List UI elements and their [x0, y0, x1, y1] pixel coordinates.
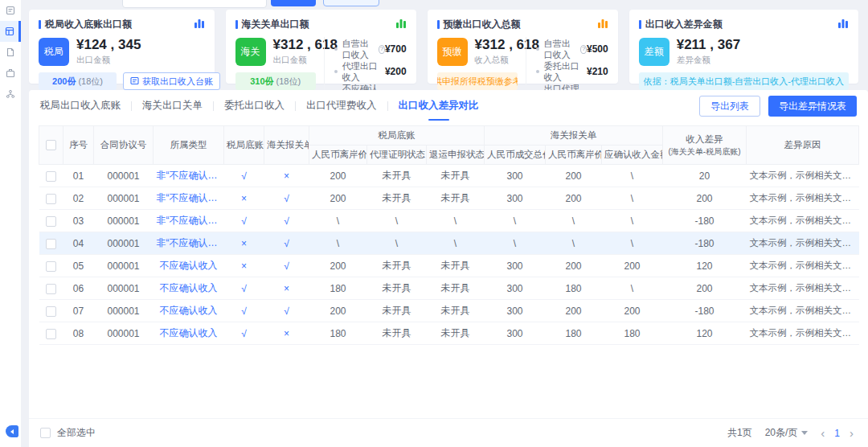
export-list-button[interactable]: 导出列表 — [699, 96, 760, 117]
cell-tax-mark: √ — [224, 322, 264, 345]
row-checkbox[interactable] — [46, 171, 56, 182]
info-icon[interactable]: ? — [379, 45, 385, 54]
prev-page-button[interactable]: ‹ — [821, 427, 825, 439]
next-page-button[interactable]: › — [850, 427, 854, 439]
tab-5[interactable]: 出口收入差异对比 — [399, 99, 479, 113]
fetch-export-ledger-button[interactable]: 获取出口收入台账 — [123, 72, 220, 90]
cell-contract: 000001 — [94, 255, 154, 277]
topbar-secondary-button[interactable] — [323, 0, 379, 6]
bullet-icon — [536, 70, 539, 73]
chevron-left-icon — [10, 429, 14, 434]
info-icon[interactable]: ? — [580, 45, 587, 54]
tab-3[interactable]: 委托出口收入 — [224, 99, 285, 113]
tab-bar: 税局出口收入底账海关出口关单委托出口收入出口代理费收入出口收入差异对比 — [40, 99, 479, 113]
difference-badge: 差额 — [639, 38, 669, 66]
cell-agent-cert: 未开具 — [367, 300, 427, 322]
detail-value: ¥200 — [385, 66, 407, 77]
cell-no: 06 — [63, 277, 94, 300]
cell-confirm-amount: \ — [602, 277, 663, 300]
bullet-icon — [334, 70, 338, 73]
cell-no: 07 — [63, 300, 94, 322]
cell-customs-mark: × — [264, 277, 309, 300]
sidebar-rail — [0, 0, 21, 447]
row-checkbox[interactable] — [46, 194, 56, 204]
cell-contract: 000001 — [94, 300, 154, 322]
cell-diff: 120 — [663, 322, 747, 345]
cell-tax-mark: × — [224, 187, 264, 210]
row-checkbox[interactable] — [46, 329, 56, 339]
pagination: 共1页 20条/页 ‹ 1 › — [727, 426, 854, 440]
topbar-primary-button[interactable] — [271, 0, 316, 6]
table-row: 03000001非“不应确认收入√√\\\\\\-180文本示例，示例相关文本”… — [39, 210, 859, 232]
table-row: 08000001不应确认收入√×180未开具未开具300180180120文本示… — [39, 322, 859, 345]
row-checkbox[interactable] — [46, 284, 56, 294]
current-page-button[interactable]: 1 — [834, 428, 840, 439]
cell-customs-total: 300 — [485, 165, 546, 187]
sidebar-item-document[interactable] — [0, 42, 21, 63]
sidebar-item-briefcase[interactable] — [0, 63, 21, 84]
cell-no: 08 — [63, 322, 94, 345]
cell-type[interactable]: 非“不应确认收入 — [154, 210, 224, 232]
cell-tax-mark: √ — [224, 300, 264, 322]
row-checkbox[interactable] — [46, 239, 56, 249]
cell-return-status: 未开具 — [427, 255, 485, 277]
cell-tax-fob: 200 — [309, 187, 367, 210]
col-tax-fob: 人民币离岸价 — [309, 146, 367, 165]
main-panel: 税局出口收入底账海关出口关单委托出口收入出口代理费收入出口收入差异对比 导出列表… — [29, 90, 868, 447]
cell-confirm-amount: 200 — [602, 300, 663, 322]
table-footer: 全部选中 共1页 20条/页 ‹ 1 › — [29, 418, 868, 447]
cell-return-status: 未开具 — [427, 277, 485, 300]
cell-diff: 200 — [663, 277, 747, 300]
topbar-input[interactable] — [122, 0, 267, 8]
cell-type[interactable]: 非“不应确认收入 — [154, 165, 224, 187]
cell-customs-total: 300 — [485, 187, 546, 210]
cell-diff: -180 — [663, 232, 747, 255]
row-checkbox[interactable] — [46, 306, 56, 317]
cell-customs-fob: \ — [546, 232, 602, 255]
card-title: 预缴出口收入总额 — [437, 18, 521, 31]
cell-tax-mark: √ — [224, 165, 264, 187]
cell-type[interactable]: 不应确认收入 — [154, 277, 224, 300]
sidebar-item-org[interactable] — [0, 84, 21, 105]
sidebar-item-form[interactable] — [0, 0, 21, 21]
col-income-diff: 收入差异 (海关关单-税局底账) — [663, 126, 747, 165]
tab-separator — [387, 101, 388, 111]
export-diff-report-button[interactable]: 导出差异情况表 — [768, 96, 857, 117]
bar-chart-icon[interactable] — [395, 17, 407, 31]
cell-tax-mark: × — [224, 255, 264, 277]
cell-type[interactable]: 非“不应确认收入 — [154, 232, 224, 255]
cell-type[interactable]: 不应确认收入 — [154, 300, 224, 322]
cell-contract: 000001 — [94, 277, 154, 300]
bar-chart-icon[interactable] — [837, 17, 849, 31]
collapse-sidebar-button[interactable] — [6, 425, 18, 437]
select-all-checkbox[interactable] — [40, 428, 51, 438]
detail-value: ¥500 — [587, 43, 608, 55]
card-amount-label: 出口金额 — [76, 55, 141, 66]
row-checkbox[interactable] — [46, 216, 56, 227]
cell-customs-fob: 180 — [546, 277, 602, 300]
card-title: 出口收入差异金额 — [639, 18, 723, 31]
cell-no: 05 — [63, 255, 94, 277]
chevron-down-icon — [801, 431, 808, 435]
tab-1[interactable]: 税局出口收入底账 — [40, 99, 121, 113]
cell-customs-total: 300 — [485, 300, 546, 322]
row-checkbox[interactable] — [46, 261, 56, 272]
cell-reason: 文本示例，示例相关文本”文本“相关示例文... — [747, 277, 859, 300]
cell-type[interactable]: 不应确认收入 — [154, 255, 224, 277]
cell-confirm-amount: 180 — [602, 322, 663, 345]
bar-chart-icon[interactable] — [194, 17, 205, 31]
cell-agent-cert: \ — [367, 232, 427, 255]
cell-type[interactable]: 非“不应确认收入 — [154, 187, 224, 210]
tab-2[interactable]: 海关出口关单 — [142, 99, 203, 113]
count-pill: 200份(18位) — [39, 72, 117, 90]
page-size-select[interactable]: 20条/页 — [765, 426, 809, 440]
cell-return-status: 未开具 — [427, 322, 485, 345]
bar-chart-icon[interactable] — [597, 17, 608, 31]
sidebar-item-ledger[interactable] — [0, 21, 21, 42]
briefcase-icon — [6, 68, 15, 78]
cell-customs-fob: 200 — [546, 165, 602, 187]
cell-type[interactable]: 不应确认收入 — [154, 322, 224, 345]
title-accent-bar — [39, 20, 41, 29]
select-all-header-checkbox[interactable] — [46, 140, 56, 150]
tab-4[interactable]: 出口代理费收入 — [306, 99, 377, 113]
